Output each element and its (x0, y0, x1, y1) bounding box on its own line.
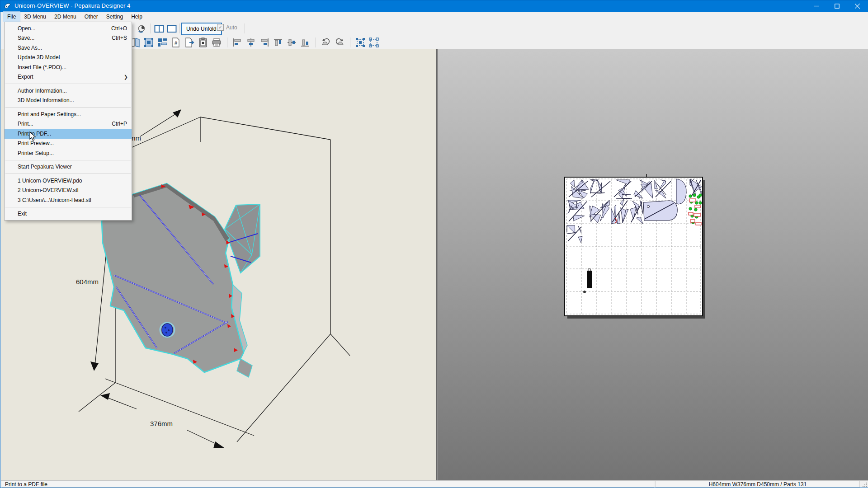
auto-checkbox-label: Auto (226, 24, 237, 31)
titlebar: Unicorn-OVERVIEW - Pepakura Designer 4 (0, 0, 868, 12)
statusbar: Print to a PDF file H604mm W376mm D450mm… (1, 480, 868, 488)
menu-item-print-preview[interactable]: Print Preview... (5, 139, 132, 149)
menu-item-shortcut: Ctrl+O (111, 25, 127, 32)
menu-item-label: Open... (18, 25, 106, 32)
unfolded-part-big (643, 201, 677, 221)
menu-separator (5, 107, 131, 108)
menu-item-label: Print and Paper Settings... (18, 111, 127, 117)
red-marker (689, 199, 696, 202)
menubar-item-other[interactable]: Other (80, 12, 102, 22)
menu-item-recent-file-1[interactable]: 3D Model Information... (5, 96, 132, 106)
page-number-icon[interactable]: # (170, 37, 182, 48)
menu-item-label: Save... (18, 35, 106, 41)
menu-item-insert-file-pdo[interactable]: Insert File (*.PDO)... (5, 62, 132, 72)
resize-grip[interactable] (862, 482, 868, 488)
copy-page-icon[interactable] (197, 37, 209, 48)
menu-item-author-information[interactable]: Author Information... (5, 86, 132, 96)
red-marker (694, 213, 700, 216)
align-left-icon[interactable] (231, 37, 243, 48)
undo-unfold-button[interactable]: Undo Unfold (181, 23, 222, 35)
red-marker (696, 222, 701, 225)
menubar-item-file[interactable]: File (3, 12, 20, 22)
menu-item-label: 3D Model Information... (18, 97, 127, 103)
submenu-arrow-icon: ❯ (124, 74, 128, 80)
app-window: Unicorn-OVERVIEW - Pepakura Designer 4 F… (0, 0, 868, 488)
menu-item-label: 2 Unicorn-OVERVIEW.stl (18, 187, 127, 193)
menu-item-label: 1 Unicorn-OVERVIEW.pdo (18, 178, 127, 184)
green-marker (693, 194, 696, 197)
menu-item-save[interactable]: Save...Ctrl+S (5, 33, 132, 43)
green-marker (689, 195, 692, 197)
model-ear-part (225, 204, 260, 273)
menu-item-update-3d-model[interactable]: Update 3D Model (5, 53, 132, 63)
arrange-parts-icon[interactable] (156, 37, 168, 48)
menu-item-print-to-pdf[interactable]: Print to PDF... (5, 129, 132, 139)
menubar-item-3d-menu[interactable]: 3D Menu (20, 12, 50, 22)
viewport-2d[interactable] (438, 49, 868, 480)
menu-item-label: Print... (18, 121, 106, 127)
dim-width-label: 376mm (150, 420, 173, 427)
menu-item-label: Update 3D Model (18, 54, 127, 61)
menu-item-label: Exit (18, 211, 127, 217)
toolbar-separator (227, 38, 227, 47)
select-parts-icon[interactable] (143, 37, 155, 48)
statusbar-model-info: H604mm W376mm D450mm / Parts 131 (656, 481, 860, 488)
maximize-button[interactable] (827, 0, 847, 12)
menu-item-recent-file-2[interactable]: 1 Unicorn-OVERVIEW.pdo (5, 176, 132, 186)
deselect-all-icon[interactable] (368, 37, 380, 48)
menu-item-recent-file-3[interactable]: 2 Unicorn-OVERVIEW.stl (5, 186, 132, 196)
split-view-icon[interactable] (153, 23, 165, 35)
dim-height-label: 604mm (76, 278, 99, 286)
model-jaw-flap (237, 359, 252, 377)
menu-item-label: Author Information... (18, 88, 127, 94)
menu-item-shortcut: Ctrl+S (112, 35, 127, 41)
menu-item-label: Save As... (18, 45, 127, 51)
single-view-icon[interactable] (166, 23, 178, 35)
menu-item-label: Start Pepakura Viewer (18, 164, 127, 170)
red-marker (690, 220, 695, 222)
print-icon[interactable] (211, 37, 222, 48)
model-eye (160, 323, 175, 337)
menu-item-export[interactable]: Export❯ (5, 72, 132, 82)
menubar-item-setting[interactable]: Setting (102, 12, 127, 22)
align-right-icon[interactable] (259, 37, 270, 48)
menu-separator (5, 174, 131, 174)
align-center-icon[interactable] (245, 37, 257, 48)
menu-item-label: Insert File (*.PDO)... (18, 64, 127, 70)
relation-view-icon[interactable] (137, 23, 148, 35)
align-bottom-icon[interactable] (299, 37, 311, 48)
menubar-item-2d-menu[interactable]: 2D Menu (50, 12, 80, 22)
toolbar-separator (350, 38, 350, 47)
menubar: File3D Menu2D MenuOtherSettingHelp (1, 12, 868, 22)
menu-item-exit[interactable]: Exit (5, 209, 132, 219)
file-menu-dropdown: Open...Ctrl+OSave...Ctrl+SSave As...Upda… (4, 22, 132, 221)
svg-text:#: # (175, 40, 178, 46)
rotate-right-icon[interactable] (334, 37, 345, 48)
pattern-2d-canvas (438, 49, 868, 480)
auto-checkbox[interactable]: ✓ Auto (217, 24, 237, 31)
menu-item-label: Printer Setup... (18, 150, 127, 156)
minimize-button[interactable] (807, 0, 827, 12)
menu-item-print-and-paper-settings[interactable]: Print and Paper Settings... (5, 109, 132, 119)
green-marker (689, 207, 692, 210)
export-page-icon[interactable] (184, 37, 195, 48)
align-top-icon[interactable] (272, 37, 284, 48)
auto-checkbox-box[interactable]: ✓ (217, 24, 224, 31)
menu-item-start-pepakura-viewer[interactable]: Start Pepakura Viewer (5, 162, 132, 172)
menu-item-recent-file-4[interactable]: 3 C:\Users\...\Unicorn-Head.stl (5, 195, 132, 205)
close-button[interactable] (847, 0, 868, 12)
green-marker (694, 208, 697, 211)
menu-separator (5, 84, 131, 84)
menu-item-printer-setup[interactable]: Printer Setup... (5, 148, 132, 158)
menu-item-open[interactable]: Open...Ctrl+O (5, 23, 132, 33)
select-all-icon[interactable] (354, 37, 366, 48)
menubar-item-help[interactable]: Help (127, 12, 146, 22)
menu-separator (5, 207, 131, 207)
toolbar-separator (179, 23, 179, 33)
statusbar-hint: Print to a PDF file (2, 481, 654, 488)
menu-item-print[interactable]: Print...Ctrl+P (5, 119, 132, 129)
menu-item-save-as[interactable]: Save As... (5, 43, 132, 53)
toolbar-separator (245, 23, 245, 33)
rotate-left-icon[interactable] (320, 37, 332, 48)
align-middle-icon[interactable] (286, 37, 297, 48)
